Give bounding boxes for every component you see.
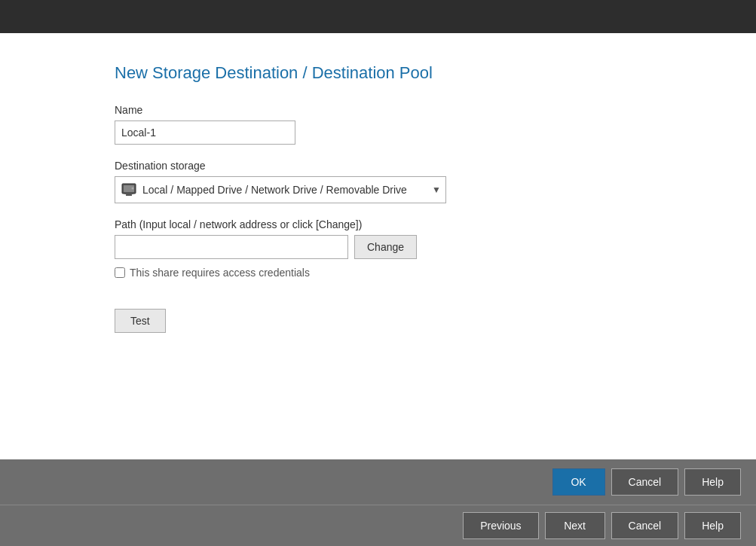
- path-label: Path (Input local / network address or c…: [115, 218, 641, 230]
- cancel-button-top[interactable]: Cancel: [611, 468, 679, 496]
- main-content: New Storage Destination / Destination Po…: [0, 33, 756, 459]
- svg-point-4: [132, 188, 134, 190]
- checkbox-row: This share requires access credentials: [115, 267, 641, 279]
- bottom-bar-top: OK Cancel Help: [0, 459, 756, 505]
- destination-storage-select[interactable]: Local / Mapped Drive / Network Drive / R…: [142, 184, 429, 196]
- destination-storage-label: Destination storage: [115, 160, 641, 172]
- path-form-group: Path (Input local / network address or c…: [115, 218, 641, 279]
- help-button-top[interactable]: Help: [684, 468, 741, 496]
- svg-rect-3: [124, 193, 133, 194]
- path-input[interactable]: [115, 235, 348, 259]
- drive-icon: [120, 181, 138, 199]
- name-input[interactable]: [115, 120, 295, 145]
- destination-storage-form-group: Destination storage Local / Mapped Drive…: [115, 160, 641, 203]
- next-button[interactable]: Next: [545, 512, 605, 539]
- top-bar: [0, 0, 756, 33]
- ok-button[interactable]: OK: [552, 468, 605, 496]
- previous-button[interactable]: Previous: [463, 512, 538, 539]
- change-button[interactable]: Change: [354, 235, 417, 259]
- path-row: Change: [115, 235, 641, 259]
- name-form-group: Name: [115, 104, 641, 145]
- svg-rect-2: [126, 194, 132, 196]
- destination-storage-wrapper: Local / Mapped Drive / Network Drive / R…: [115, 176, 446, 203]
- access-credentials-label: This share requires access credentials: [130, 267, 310, 279]
- help-button-bottom[interactable]: Help: [684, 512, 741, 539]
- access-credentials-checkbox[interactable]: [115, 267, 125, 278]
- name-label: Name: [115, 104, 641, 116]
- page-title: New Storage Destination / Destination Po…: [115, 63, 641, 83]
- cancel-button-bottom[interactable]: Cancel: [611, 512, 679, 539]
- chevron-down-icon: ▼: [432, 185, 441, 195]
- test-button[interactable]: Test: [115, 309, 166, 333]
- bottom-bar-bottom: Previous Next Cancel Help: [0, 505, 756, 546]
